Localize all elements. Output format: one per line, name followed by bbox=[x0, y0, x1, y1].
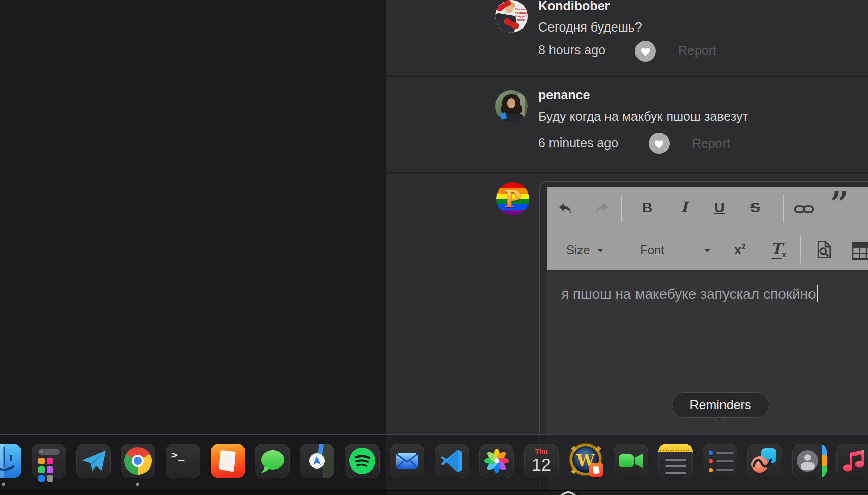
undo-button[interactable] bbox=[558, 201, 573, 215]
comment-divider bbox=[385, 76, 868, 77]
dock-music-icon[interactable] bbox=[836, 444, 868, 478]
avatar-penance[interactable] bbox=[495, 90, 528, 123]
dock-finder-icon[interactable] bbox=[0, 444, 21, 478]
vscode-logo bbox=[438, 446, 466, 476]
squiggle-m bbox=[747, 444, 782, 478]
table-button[interactable] bbox=[852, 242, 868, 260]
chrome-logo bbox=[124, 447, 152, 475]
running-indicator bbox=[136, 483, 139, 486]
dock-messages-icon[interactable] bbox=[255, 444, 290, 478]
notes-line bbox=[665, 472, 686, 474]
wow-notification-badge bbox=[589, 463, 603, 477]
comment-username[interactable]: penance bbox=[538, 88, 590, 102]
launchpad-search bbox=[38, 449, 60, 455]
dock-photos-icon[interactable] bbox=[479, 444, 514, 478]
avatar-kondibober[interactable]: Сказали позвать Кондиб Телеф bbox=[495, 0, 528, 33]
dock-mail-icon[interactable] bbox=[390, 444, 424, 478]
clear-format-x: x bbox=[782, 250, 786, 259]
comment-divider bbox=[385, 172, 868, 173]
avatar-tiny-text: Сказали позвать Кондиб Телеф bbox=[515, 8, 528, 22]
clear-formatting-button[interactable]: Tx bbox=[771, 240, 786, 259]
dock-bottom-strip bbox=[0, 490, 868, 495]
finder-face bbox=[0, 444, 21, 478]
comment-timestamp: 6 minutes ago bbox=[538, 135, 618, 150]
dock-calendar-icon[interactable]: Thu 12 bbox=[524, 444, 559, 478]
dock-reminders-icon[interactable] bbox=[703, 444, 737, 478]
avatar-letter: P bbox=[496, 184, 529, 215]
running-indicator bbox=[2, 483, 5, 486]
heart-icon bbox=[653, 138, 665, 149]
mail-envelope bbox=[396, 453, 418, 469]
bold-button[interactable]: B bbox=[642, 200, 652, 216]
notes-perforation bbox=[660, 450, 691, 451]
editor-text: я пшош на макебуке запускал спокйно bbox=[561, 285, 818, 302]
maps-nav-arrow bbox=[309, 453, 325, 469]
dock-chrome-icon[interactable] bbox=[121, 444, 155, 478]
dock-terminal-icon[interactable]: >_ bbox=[166, 444, 200, 478]
notes-line bbox=[665, 459, 686, 461]
report-link[interactable]: Report bbox=[678, 43, 716, 58]
comment-timestamp: 8 hours ago bbox=[538, 43, 605, 58]
comment-username[interactable]: Kondibober bbox=[538, 0, 610, 13]
like-button[interactable] bbox=[635, 41, 656, 62]
maps-terrain bbox=[323, 444, 334, 478]
toolbar-separator bbox=[621, 195, 622, 222]
dock-red-paper-app-icon[interactable] bbox=[211, 444, 245, 478]
clear-format-T: T bbox=[771, 240, 782, 259]
avatar-current-user[interactable]: P bbox=[496, 182, 529, 215]
text-cursor bbox=[817, 285, 818, 302]
superscript-exponent: 2 bbox=[741, 242, 745, 251]
notes-header bbox=[658, 444, 693, 452]
video-camera bbox=[618, 451, 644, 471]
redo-button[interactable] bbox=[594, 201, 610, 215]
dock-whiteboard-squiggle-icon[interactable] bbox=[747, 444, 782, 478]
toolbar-separator bbox=[783, 195, 784, 222]
font-dropdown-label: Font bbox=[640, 243, 664, 257]
chevron-down-icon bbox=[704, 249, 710, 252]
font-dropdown[interactable]: Font bbox=[640, 243, 710, 257]
spotify-waves bbox=[349, 448, 375, 474]
music-note bbox=[841, 449, 867, 474]
reminders-row bbox=[709, 459, 734, 463]
superscript-button[interactable]: x2 bbox=[734, 242, 746, 258]
preview-button[interactable] bbox=[816, 240, 832, 259]
telegram-plane bbox=[79, 448, 108, 474]
dock-world-of-warcraft-icon[interactable]: W bbox=[569, 444, 603, 478]
contacts-person-head bbox=[804, 454, 811, 461]
size-dropdown-label: Size bbox=[566, 243, 590, 257]
link-button[interactable] bbox=[794, 204, 814, 215]
contacts-tabs bbox=[822, 444, 827, 478]
chevron-down-icon bbox=[597, 249, 603, 252]
underline-button[interactable]: U bbox=[714, 200, 725, 216]
comment-text: Буду когда на макбук пшош завезут bbox=[538, 109, 748, 124]
calendar-day: 12 bbox=[524, 455, 559, 475]
report-link[interactable]: Report bbox=[692, 136, 730, 151]
dock-maps-icon[interactable] bbox=[300, 444, 334, 478]
contacts-person-body bbox=[801, 462, 815, 470]
dock-telegram-icon[interactable] bbox=[76, 444, 111, 478]
dock-tooltip: Reminders bbox=[672, 392, 769, 418]
superscript-base: x bbox=[734, 242, 741, 257]
dock-video-call-icon[interactable] bbox=[614, 444, 648, 478]
terminal-prompt-glyph: >_ bbox=[171, 449, 185, 461]
dock-launchpad-icon[interactable] bbox=[32, 444, 66, 478]
like-button[interactable] bbox=[649, 133, 670, 154]
dock-notes-icon[interactable] bbox=[658, 444, 693, 478]
left-window-panel bbox=[0, 0, 385, 495]
strikethrough-button[interactable]: S bbox=[750, 200, 760, 216]
dock-vscode-icon[interactable] bbox=[435, 444, 469, 478]
size-dropdown[interactable]: Size bbox=[566, 243, 603, 257]
reminders-row bbox=[709, 451, 734, 455]
quote-button[interactable]: ” bbox=[830, 194, 849, 214]
italic-button[interactable]: I bbox=[681, 199, 688, 216]
white-paper-shape bbox=[211, 444, 245, 478]
avatar-decoration bbox=[507, 98, 515, 108]
desktop-screenshot: Сказали позвать Кондиб Телеф Kondibober … bbox=[0, 0, 868, 495]
launchpad-grid bbox=[38, 458, 60, 482]
dock-spotify-icon[interactable] bbox=[345, 444, 380, 478]
reminders-row bbox=[709, 468, 734, 472]
comment-text: Сегодня будешь? bbox=[538, 20, 642, 35]
notes-line bbox=[665, 465, 686, 468]
messages-bubble bbox=[258, 448, 286, 475]
dock-contacts-icon[interactable] bbox=[792, 444, 827, 478]
